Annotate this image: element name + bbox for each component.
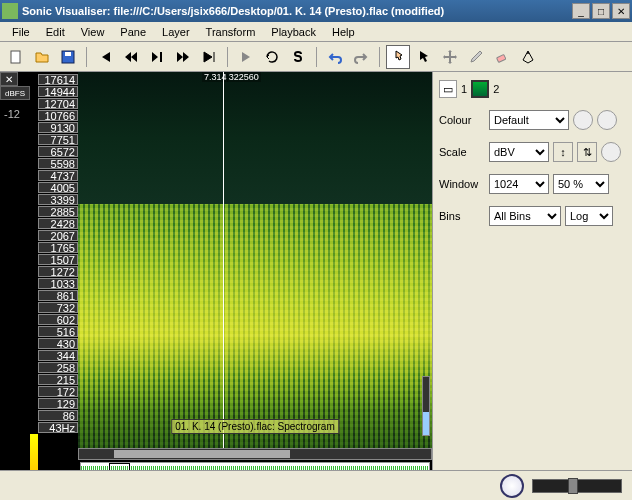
play-selection-button[interactable] (234, 45, 258, 69)
redo-button[interactable] (349, 45, 373, 69)
freq-tick: 172 (38, 386, 78, 397)
layer-tabs: ▭ 1 2 (439, 78, 626, 100)
pane-close-button[interactable]: ✕ (0, 72, 18, 86)
save-button[interactable] (56, 45, 80, 69)
pane-main: 7.314 322560 01. K. 14 (Presto).flac: Sp… (78, 72, 432, 498)
freq-tick: 516 (38, 326, 78, 337)
playback-speed-dial[interactable] (500, 474, 524, 498)
solo-button[interactable] (286, 45, 310, 69)
edit-tool[interactable] (464, 45, 488, 69)
freq-tick: 6572 (38, 146, 78, 157)
db-tick: -12 (4, 108, 20, 120)
menu-bar: File Edit View Pane Layer Transform Play… (0, 22, 632, 42)
menu-pane[interactable]: Pane (112, 24, 154, 40)
rewind-start-button[interactable] (93, 45, 117, 69)
spectrogram-view[interactable]: 7.314 322560 01. K. 14 (Presto).flac: Sp… (78, 72, 432, 448)
db-scale-label: dBFS (0, 86, 30, 100)
bins-select[interactable]: All Bins (489, 206, 561, 226)
property-panel: ▭ 1 2 Colour Default Scale dBV ↕ ⇅ Windo… (432, 72, 632, 498)
freq-tick: 43Hz (38, 422, 78, 433)
freq-tick: 10766 (38, 110, 78, 121)
minimize-button[interactable]: _ (572, 3, 590, 19)
freq-tick: 7751 (38, 134, 78, 145)
freq-tick: 4005 (38, 182, 78, 193)
freq-tick: 3399 (38, 194, 78, 205)
freq-tick: 215 (38, 374, 78, 385)
rewind-button[interactable] (119, 45, 143, 69)
scale-label: Scale (439, 146, 485, 158)
ffwd-end-button[interactable] (197, 45, 221, 69)
level-meter (30, 72, 38, 498)
measure-tool[interactable] (516, 45, 540, 69)
freq-tick: 732 (38, 302, 78, 313)
normalize-columns-button[interactable]: ↕ (553, 142, 573, 162)
toolbar (0, 42, 632, 72)
freq-tick: 2067 (38, 230, 78, 241)
scale-select[interactable]: dBV (489, 142, 549, 162)
freq-tick: 86 (38, 410, 78, 421)
freq-tick: 258 (38, 362, 78, 373)
freq-tick: 602 (38, 314, 78, 325)
maximize-button[interactable]: □ (592, 3, 610, 19)
freq-tick: 2885 (38, 206, 78, 217)
db-scale: -12 -72 (0, 100, 30, 498)
zoom-slider[interactable] (532, 479, 622, 493)
playback-cursor[interactable] (223, 72, 224, 448)
layer-label: 01. K. 14 (Presto).flac: Spectrogram (171, 419, 339, 434)
svg-rect-3 (497, 54, 506, 62)
colour-select[interactable]: Default (489, 110, 569, 130)
freq-tick: 9130 (38, 122, 78, 133)
erase-tool[interactable] (490, 45, 514, 69)
colour-label: Colour (439, 114, 485, 126)
select-tool[interactable] (412, 45, 436, 69)
pane-left-axis: ✕ dBFS -12 -72 1761414944127041076691307… (0, 72, 78, 498)
window-size-select[interactable]: 1024 (489, 174, 549, 194)
layer-tab-1-num: 1 (461, 83, 467, 95)
svg-rect-0 (11, 51, 20, 63)
bottom-bar (0, 470, 632, 500)
window-overlap-select[interactable]: 50 % (553, 174, 609, 194)
move-tool[interactable] (438, 45, 462, 69)
menu-file[interactable]: File (4, 24, 38, 40)
menu-transform[interactable]: Transform (198, 24, 264, 40)
close-button[interactable]: ✕ (612, 3, 630, 19)
bins-scale-select[interactable]: Log (565, 206, 613, 226)
app-icon (2, 3, 18, 19)
pane-h-scrollbar[interactable] (78, 448, 432, 460)
menu-layer[interactable]: Layer (154, 24, 198, 40)
navigate-tool[interactable] (386, 45, 410, 69)
layer-tab-2-num: 2 (493, 83, 499, 95)
freq-tick: 1033 (38, 278, 78, 289)
menu-help[interactable]: Help (324, 24, 363, 40)
frequency-scale: 1761414944127041076691307751657255984737… (38, 72, 78, 498)
freq-tick: 430 (38, 338, 78, 349)
colour-rotation-dial[interactable] (573, 110, 593, 130)
menu-view[interactable]: View (73, 24, 113, 40)
gain-dial[interactable] (601, 142, 621, 162)
loop-button[interactable] (260, 45, 284, 69)
svg-point-4 (527, 52, 529, 54)
window-title: Sonic Visualiser: file:///C:/Users/jsix6… (22, 5, 572, 17)
freq-tick: 12704 (38, 98, 78, 109)
layer-tab-2[interactable] (471, 80, 489, 98)
new-session-button[interactable] (4, 45, 28, 69)
normalize-visible-button[interactable]: ⇅ (577, 142, 597, 162)
play-pause-button[interactable] (145, 45, 169, 69)
layer-tab-1[interactable]: ▭ (439, 80, 457, 98)
threshold-dial[interactable] (597, 110, 617, 130)
undo-button[interactable] (323, 45, 347, 69)
main-area: ✕ dBFS -12 -72 1761414944127041076691307… (0, 72, 632, 498)
freq-tick: 2428 (38, 218, 78, 229)
sample-marker: 322560 (227, 72, 261, 82)
freq-tick: 129 (38, 398, 78, 409)
time-marker: 7.314 (202, 72, 229, 82)
title-bar: Sonic Visualiser: file:///C:/Users/jsix6… (0, 0, 632, 22)
open-button[interactable] (30, 45, 54, 69)
freq-tick: 17614 (38, 74, 78, 85)
freq-tick: 344 (38, 350, 78, 361)
ffwd-button[interactable] (171, 45, 195, 69)
menu-edit[interactable]: Edit (38, 24, 73, 40)
menu-playback[interactable]: Playback (263, 24, 324, 40)
freq-tick: 1507 (38, 254, 78, 265)
freq-tick: 14944 (38, 86, 78, 97)
